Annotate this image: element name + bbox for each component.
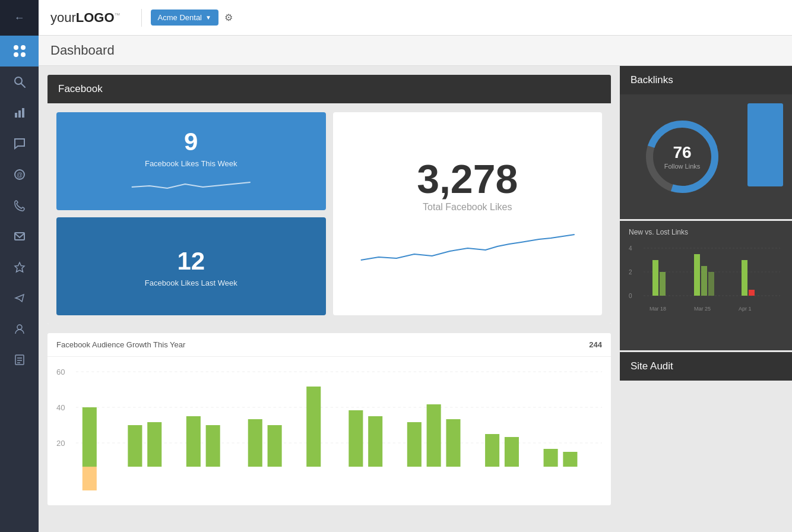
svg-text:40: 40 [56, 404, 65, 412]
facebook-section-body: 9 Facebook Likes This Week 12 Facebook L… [47, 103, 611, 324]
header-divider [141, 9, 142, 27]
total-likes-value: 3,278 [417, 159, 518, 199]
new-vs-lost-svg: 4 2 0 Mar 18 Mar 25 Apr 1 [629, 242, 783, 343]
svg-rect-35 [407, 422, 422, 467]
svg-text:Mar 18: Mar 18 [650, 306, 666, 312]
sidebar-item-tasks[interactable] [0, 344, 39, 375]
svg-rect-37 [446, 419, 460, 467]
backlinks-title: Backlinks [631, 74, 673, 86]
svg-point-3 [21, 52, 26, 57]
left-content: Facebook 9 Facebook Likes This Week [39, 66, 620, 532]
svg-line-5 [21, 84, 25, 87]
svg-rect-51 [660, 272, 666, 296]
site-audit-title: Site Audit [631, 360, 673, 372]
svg-point-13 [17, 325, 22, 330]
svg-text:@: @ [17, 172, 23, 178]
svg-rect-24 [83, 407, 97, 467]
svg-rect-8 [22, 108, 24, 118]
sidebar-item-calls[interactable] [0, 190, 39, 221]
likes-last-week-label: Facebook Likes Last Week [145, 278, 237, 287]
page-title-bar: Dashboard [39, 36, 792, 66]
likes-last-week-card: 12 Facebook Likes Last Week [56, 217, 326, 315]
back-icon: ← [14, 12, 25, 24]
sidebar-item-contacts[interactable] [0, 314, 39, 344]
svg-rect-29 [206, 425, 220, 467]
svg-text:2: 2 [629, 269, 632, 276]
sidebar-item-mentions[interactable]: @ [0, 159, 39, 190]
svg-rect-52 [694, 254, 700, 296]
client-selector-button[interactable]: Acme Dental ▼ [151, 10, 218, 26]
sidebar-back[interactable]: ← [0, 0, 39, 36]
svg-rect-54 [708, 272, 714, 296]
svg-rect-31 [268, 425, 282, 467]
settings-gear-button[interactable]: ⚙ [224, 12, 233, 23]
svg-text:Apr 1: Apr 1 [739, 306, 752, 312]
svg-rect-38 [485, 434, 499, 467]
content-area: Facebook 9 Facebook Likes This Week [39, 66, 792, 532]
logo: yourLOGO™ [50, 10, 121, 26]
total-likes-label: Total Facebook Likes [423, 202, 512, 213]
svg-point-2 [14, 52, 18, 57]
likes-this-week-value: 9 [184, 129, 198, 154]
svg-rect-40 [544, 449, 558, 467]
likes-this-week-label: Facebook Likes This Week [145, 159, 237, 168]
svg-rect-6 [15, 113, 17, 118]
donut-center: 76 Follow Links [664, 144, 701, 170]
svg-rect-41 [563, 452, 577, 467]
svg-rect-28 [186, 416, 201, 467]
svg-rect-55 [742, 260, 747, 296]
backlinks-row: 76 Follow Links [620, 94, 792, 219]
svg-rect-33 [349, 410, 363, 467]
svg-marker-12 [15, 262, 24, 272]
svg-rect-26 [128, 425, 142, 467]
audience-growth-title: Facebook Audience Growth This Year [56, 340, 185, 349]
svg-rect-39 [505, 437, 519, 467]
backlinks-section-header: Backlinks [620, 66, 792, 94]
likes-last-week-value: 12 [177, 249, 205, 274]
sidebar-item-email[interactable] [0, 221, 39, 252]
audience-bar-chart: 60 40 20 [47, 357, 611, 505]
sidebar-item-reviews[interactable] [0, 252, 39, 283]
audience-card-header: Facebook Audience Growth This Year 244 [47, 333, 611, 357]
svg-rect-7 [18, 110, 21, 118]
logo-your: your [50, 10, 76, 25]
svg-rect-36 [427, 404, 441, 467]
audience-growth-svg: 60 40 20 [56, 363, 602, 499]
facebook-small-stats: 9 Facebook Likes This Week 12 Facebook L… [56, 112, 326, 315]
top-header: yourLOGO™ Acme Dental ▼ ⚙ [39, 0, 792, 36]
facebook-section: Facebook 9 Facebook Likes This Week [47, 75, 611, 324]
total-likes-card: 3,278 Total Facebook Likes [333, 112, 603, 315]
svg-rect-34 [368, 416, 382, 467]
svg-text:20: 20 [56, 440, 65, 448]
sidebar-item-campaigns[interactable] [0, 283, 39, 314]
right-panel: Backlinks 76 Follow Links [620, 66, 792, 532]
likes-this-week-card: 9 Facebook Likes This Week [56, 112, 326, 210]
total-likes-chart [345, 221, 591, 269]
donut-container: 76 Follow Links [629, 103, 736, 210]
svg-text:Mar 25: Mar 25 [694, 306, 711, 312]
new-vs-lost-title: New vs. Lost Links [629, 228, 783, 236]
sidebar: ← @ [0, 0, 39, 532]
facebook-title: Facebook [58, 83, 103, 94]
client-name: Acme Dental [158, 13, 202, 22]
page-title: Dashboard [50, 43, 780, 58]
sidebar-item-chat[interactable] [0, 128, 39, 159]
sidebar-item-analytics[interactable] [0, 97, 39, 128]
logo-tm: ™ [115, 11, 121, 18]
new-vs-lost-chart-section: New vs. Lost Links 4 2 0 [620, 221, 792, 350]
svg-rect-30 [248, 419, 262, 467]
svg-rect-50 [652, 260, 658, 296]
audience-growth-value: 244 [589, 340, 602, 349]
svg-point-1 [21, 45, 26, 50]
sidebar-item-search[interactable] [0, 66, 39, 97]
svg-rect-25 [83, 467, 97, 490]
sidebar-item-dashboard[interactable] [0, 36, 39, 66]
logo-logo: LOGO [76, 10, 115, 25]
audience-growth-card: Facebook Audience Growth This Year 244 6… [47, 333, 611, 505]
facebook-stats-grid: 9 Facebook Likes This Week 12 Facebook L… [56, 112, 602, 315]
backlinks-blue-card [747, 103, 783, 186]
gear-icon: ⚙ [224, 12, 233, 23]
donut-chart: 76 Follow Links [641, 115, 724, 198]
svg-rect-53 [701, 266, 707, 296]
svg-point-4 [15, 77, 22, 84]
